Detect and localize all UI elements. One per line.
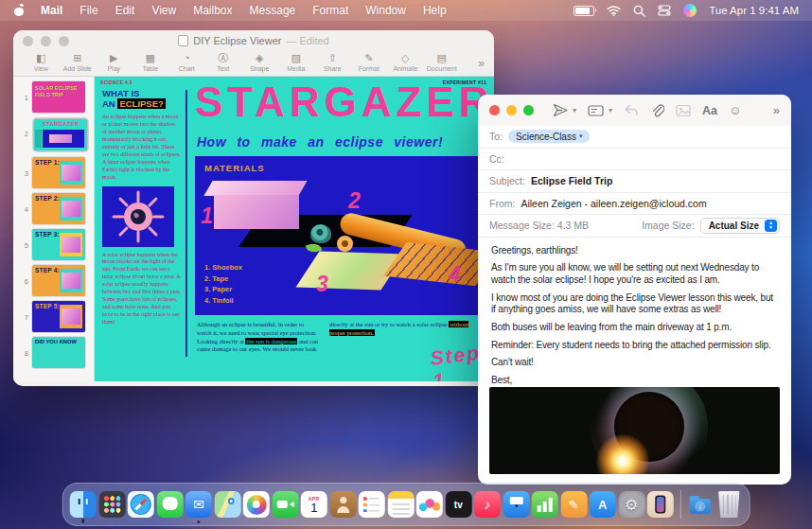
dock-icon-safari[interactable] [128,491,154,518]
dock-icon-iphone-mirroring[interactable] [647,491,674,518]
menu-message[interactable]: Message [250,4,296,17]
dock-icon-freeform[interactable] [416,491,443,518]
close-button[interactable] [23,36,33,46]
toolbar-overflow-button[interactable]: » [773,103,780,117]
slide-thumbnail-5[interactable]: 5 STEP 3: [13,229,94,260]
view-button[interactable]: ◧View [23,52,60,72]
shape-button[interactable]: ◈Shape [241,52,278,72]
siri-icon[interactable] [683,4,697,17]
dock-icon-keynote[interactable] [503,491,529,518]
recipient-token[interactable]: Science-Class ▾ [508,130,590,143]
dock-icon-messages[interactable] [156,491,183,518]
from-field[interactable]: From: Aileen Zeigen - aileen.zeigen@iclo… [478,193,791,216]
dock-icon-finder[interactable] [70,491,97,518]
dock-icon-photos[interactable] [243,491,270,518]
media-button[interactable]: ▨Media [278,52,315,72]
share-icon: ⇧ [314,52,351,64]
dock-icon-system-settings[interactable] [618,491,644,518]
dock-icon-contacts[interactable] [329,491,356,518]
slide-thumbnail-1[interactable]: 1 SOLAR ECLIPSE FIELD TRIP [13,81,94,113]
apple-menu-icon[interactable] [13,5,26,17]
insert-photo-button[interactable] [676,104,691,117]
text-button[interactable]: ⒶText [205,52,242,72]
toolbar-overflow-button[interactable]: » [478,52,485,70]
dock-icon-app-store[interactable] [590,491,616,518]
sun-illustration [102,186,174,247]
dock-icon-downloads[interactable] [687,491,714,518]
menu-file[interactable]: File [79,4,97,17]
dock-separator [680,490,680,519]
slide-thumbnail-8[interactable]: 8 DID YOU KNOW [13,337,94,368]
zoom-button[interactable] [523,105,534,115]
zoom-button[interactable] [59,36,69,46]
dock-icon-calendar[interactable]: APR 1 [301,491,327,518]
dock-icon-mail[interactable] [185,491,212,518]
dock-icon-music[interactable] [474,491,501,518]
keynote-titlebar[interactable]: DIY Eclipse Viewer — Edited [13,30,494,51]
menu-window[interactable]: Window [365,4,406,17]
dock-icon-launchpad[interactable] [98,491,125,518]
dock-icon-trash[interactable] [715,491,742,518]
slide-navigator: 1 SOLAR ECLIPSE FIELD TRIP 2 STARGAZER 3… [13,77,95,381]
dock-icon-numbers[interactable] [532,491,558,518]
search-icon[interactable] [633,5,645,17]
header-fields-chevron[interactable]: ▾ [609,106,612,115]
keynote-toolbar: ◧View ⊞Add Slide ▶Play ▦Table ◔Chart ⒶTe… [13,51,494,76]
menu-mailbox[interactable]: Mailbox [193,4,232,17]
dock-icon-pages[interactable] [560,491,587,518]
slide-thumbnail-7[interactable]: 7 STEP 5: [13,301,94,332]
menu-edit[interactable]: Edit [115,4,135,17]
subject-field[interactable]: Subject: Eclipse Field Trip [478,170,791,193]
send-options-chevron[interactable]: ▾ [573,106,576,115]
emoji-button[interactable]: ☺ [729,103,741,117]
document-title: DIY Eclipse Viewer [193,35,281,46]
slide-thumbnail-2-selected[interactable]: 2 STARGAZER [13,117,94,152]
minimize-button[interactable] [506,105,517,115]
battery-icon[interactable] [574,6,594,16]
slide-thumbnail-4[interactable]: 4 STEP 2: [13,193,94,224]
body-paragraph: Can't wait! [491,357,778,369]
format-button[interactable]: Aa [702,104,717,117]
attach-button[interactable] [650,103,664,118]
table-button[interactable]: ▦Table [132,52,169,72]
control-center-icon[interactable] [658,5,671,16]
add-slide-button[interactable]: ⊞Add Slide [60,52,97,72]
dock-icon-apple-tv[interactable]: tv [445,491,471,518]
body-paragraph: Reminder: Every student needs to bring t… [491,340,778,352]
eclipse-photo-attachment[interactable] [489,387,780,474]
dock-icon-notes[interactable] [387,491,414,518]
play-button[interactable]: ▶Play [96,52,132,72]
menu-clock[interactable]: Tue Apr 1 9:41 AM [709,5,799,16]
reply-button[interactable] [624,104,639,116]
menu-format[interactable]: Format [312,4,348,17]
animate-button[interactable]: ◇Animate [387,52,424,72]
dock-icon-maps[interactable] [214,491,240,518]
download-arrow-icon [695,501,705,511]
slide-thumbnail-6[interactable]: 6 STEP 4: [13,265,94,296]
document-proxy-icon[interactable] [178,35,188,46]
format-button[interactable]: ✎Format [351,52,388,72]
document-button[interactable]: ▤Document [424,52,461,72]
to-field[interactable]: To: Science-Class ▾ [478,126,791,149]
minimize-button[interactable] [41,36,51,46]
slide-canvas[interactable]: SCIENCE 4.3 EXPERIMENT #11 WHAT IS AN EC… [95,77,494,381]
image-size-select[interactable]: Actual Size ▲▼ [700,218,780,234]
menu-app-mail[interactable]: Mail [41,4,62,17]
menu-view[interactable]: View [151,4,176,17]
dock-icon-facetime[interactable] [272,491,298,518]
send-button[interactable] [553,103,568,117]
header-fields-button[interactable] [588,104,604,117]
chart-button[interactable]: ◔Chart [168,52,205,72]
cc-field[interactable]: Cc: [478,149,791,171]
desktop: Mail File Edit View Mailbox Message Form… [0,0,812,529]
menu-help[interactable]: Help [423,4,447,17]
slide-thumbnail-3[interactable]: 3 STEP 1: [13,157,94,188]
message-body-editor[interactable]: Greetings, earthlings! As I'm sure you a… [478,238,791,386]
close-button[interactable] [489,105,500,115]
dock: APR 1 tv [62,483,750,526]
mail-toolbar[interactable]: ▾ ▾ Aa ☺ » [478,95,791,126]
wifi-icon[interactable] [607,6,621,16]
share-button[interactable]: ⇧Share [314,52,351,72]
recipient-chevron-icon[interactable]: ▾ [579,132,583,140]
dock-icon-reminders[interactable] [359,491,385,518]
